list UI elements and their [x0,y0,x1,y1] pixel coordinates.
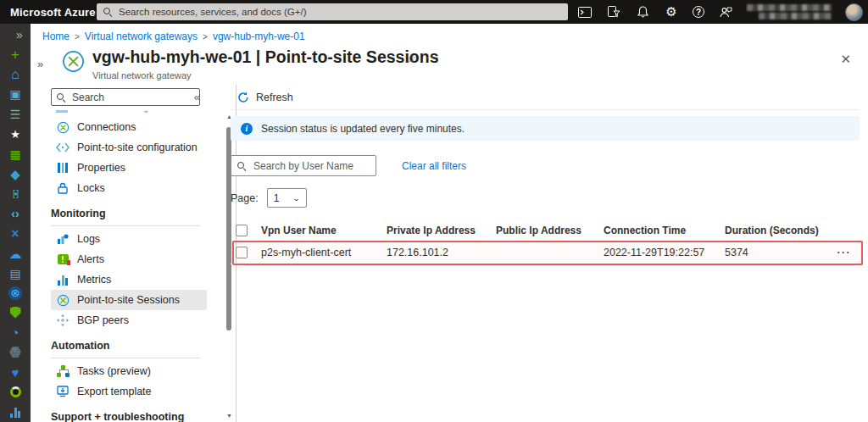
menu-search-input[interactable] [51,88,200,106]
column-header-private-ip: Private Ip Address [387,225,496,236]
home-icon[interactable]: ⌂ [8,67,23,81]
monitor-donut-icon[interactable] [8,385,23,399]
breadcrumb-vgw-hub[interactable]: vgw-hub-myh-we-01 [213,31,305,42]
sidebar-item-logs[interactable]: Logs [51,229,207,249]
sidebar-item-label: Tasks (preview) [77,365,151,377]
resource-groups-icon[interactable]: ◆ [8,167,23,181]
row-more-options-icon[interactable]: ··· [826,247,860,258]
sidebar-item-label: Properties [77,162,125,174]
connections-icon [56,120,70,134]
breadcrumb-home[interactable]: Home [42,31,70,42]
all-resources-icon[interactable]: ▦ [8,147,23,161]
sidebar-item-connections[interactable]: Connections [51,117,207,137]
virtual-machines-icon[interactable]: [▪] [8,186,23,201]
azure-brand[interactable]: Microsoft Azure [0,6,108,19]
point-to-site-configuration-icon [56,141,70,154]
chevron-down-icon: ⌄ [292,194,301,203]
breadcrumb-virtual-network-gateways[interactable]: Virtual network gateways [85,31,198,42]
page-select[interactable]: 1 ⌄ [267,188,307,208]
bgp-peers-icon [56,314,70,327]
sidebar-item-point-to-site-sessions[interactable]: Point-to-site Sessions [51,290,207,310]
top-bar: Microsoft Azure ⚙ ? [0,0,868,24]
expand-rail-icon[interactable]: » [12,27,27,42]
column-header-duration: Duration (Seconds) [725,225,826,236]
directories-filter-icon[interactable] [606,4,621,19]
lock-icon [56,181,70,195]
sidebar-item-label: Metrics [77,274,111,286]
export-template-icon [56,385,70,398]
breadcrumb-separator: > [75,32,80,42]
refresh-label: Refresh [256,92,293,103]
select-all-checkbox[interactable] [236,225,248,236]
clipped-menu-item: ⌄ [51,108,220,117]
page-select-value: 1 [274,192,280,204]
settings-icon[interactable]: ⚙ [664,4,679,19]
favorites-icon[interactable]: ★ [8,127,23,142]
sidebar-item-point-to-site-configuration[interactable]: Point-to-site configuration [51,137,207,158]
sidebar-item-tasks-preview[interactable]: Tasks (preview) [51,361,207,381]
section-header-automation: Automation [51,340,200,358]
table-header-row: Vpn User Name Private Ip Address Public … [231,219,860,242]
search-icon [237,162,244,169]
avatar[interactable] [845,3,863,21]
menu-collapse-icon[interactable]: « [194,91,200,103]
column-header-public-ip: Public Ip Address [496,225,604,236]
sidebar-item-label: Point-to-site Sessions [77,294,180,306]
cell-private-ip: 172.16.101.2 [387,247,496,258]
left-icon-rail: » + ⌂ ▣ ☰ ★ ▦ ◆ [▪] ‹› × ☁ ▤ ⊗ ◔ ♥ [0,24,31,422]
section-header-monitoring: Monitoring [51,208,200,226]
notifications-icon[interactable] [635,4,650,19]
panel-expand-icon[interactable]: » [37,58,43,70]
storage-icon[interactable]: ▤ [8,266,23,280]
sidebar-item-label: Connections [77,121,136,133]
breadcrumb-separator: > [203,32,208,42]
favorite-star-icon[interactable]: ☆ [406,52,417,65]
sidebar-item-properties[interactable]: Properties [51,158,207,178]
code-icon[interactable]: ‹› [8,207,23,221]
cell-connection-time: 2022-11-29T19:22:57 [604,247,725,258]
page-title: vgw-hub-myh-we-01 | Point-to-site Sessio… [92,47,439,67]
sidebar-item-alerts[interactable]: ! Alerts [51,249,207,269]
clear-all-filters-link[interactable]: Clear all filters [402,160,466,172]
refresh-button[interactable]: Refresh [231,92,300,103]
close-icon[interactable]: ✕ [840,52,851,67]
security-shield-icon[interactable] [8,305,23,319]
policy-hexagon-icon[interactable] [8,345,23,359]
sidebar-item-export-template[interactable]: Export template [51,381,207,402]
page-label: Page: [231,192,259,204]
advisor-gauge-icon[interactable]: ◔ [8,325,23,340]
sidebar-item-bgp-peers[interactable]: BGP peers [51,310,207,330]
service-health-icon[interactable]: ♥ [8,365,23,380]
diagnostics-icon[interactable]: × [8,226,23,241]
table-row[interactable]: p2s-myh-client-cert 172.16.101.2 2022-11… [231,242,860,264]
virtual-network-gateway-icon[interactable]: ⊗ [8,286,22,300]
banner-text: Session status is updated every five min… [261,123,465,135]
search-icon [103,8,110,14]
create-resource-icon[interactable]: + [8,47,23,62]
column-header-connection-time: Connection Time [604,225,725,236]
sidebar-item-label: Alerts [77,253,104,265]
cloud-shell-icon[interactable] [577,4,593,19]
all-services-icon[interactable]: ☰ [8,107,23,121]
metrics-bars-icon[interactable] [8,405,23,419]
row-checkbox[interactable] [236,247,248,258]
sidebar-item-locks[interactable]: Locks [51,178,207,198]
global-search-input[interactable] [97,3,568,20]
dashboard-icon[interactable]: ▣ [8,87,23,102]
resource-menu: « ⌄ Connections Point-to-site configurat… [51,85,220,422]
user-name-filter-input[interactable] [231,155,376,176]
sidebar-item-metrics[interactable]: Metrics [51,269,207,290]
point-to-site-sessions-icon [56,293,70,307]
more-options-icon[interactable]: ··· [426,50,440,64]
sidebar-item-label: BGP peers [77,314,129,326]
tasks-icon [56,364,70,378]
breadcrumb: Home > Virtual network gateways > vgw-hu… [42,31,305,42]
help-icon[interactable]: ? [693,6,704,18]
sidebar-item-label: Logs [77,233,100,245]
account-info-redacted[interactable] [747,4,832,20]
refresh-icon [237,92,249,103]
virtual-network-gateway-icon [62,50,85,73]
alerts-icon: ! [56,253,70,266]
feedback-icon[interactable] [718,4,733,19]
cloud-icon[interactable]: ☁ [8,247,23,261]
